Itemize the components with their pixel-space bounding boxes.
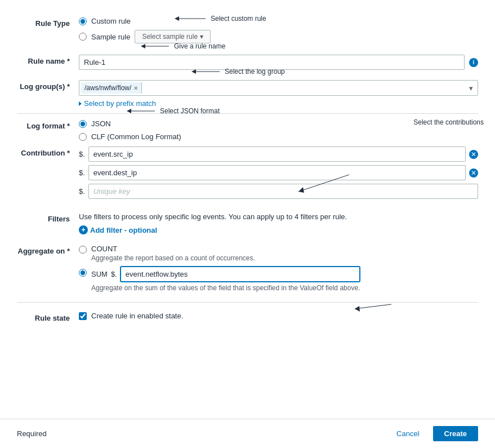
create-button[interactable]: Create xyxy=(433,426,478,441)
filters-description: Use filters to process only specific log… xyxy=(79,212,478,221)
rule-name-annotation: Give a rule name xyxy=(141,42,225,50)
sample-rule-label: Sample rule xyxy=(91,33,130,41)
log-format-label: Log format * xyxy=(17,119,79,130)
json-format-annotation: Select JSON format xyxy=(127,107,220,115)
sum-prefix: $. xyxy=(111,270,117,278)
sum-value-input[interactable] xyxy=(121,267,360,282)
svg-marker-3 xyxy=(141,44,145,48)
log-group-tag: /aws/nwfw/flow/ ✕ xyxy=(81,82,142,94)
contribution-prefix-3: $. xyxy=(79,187,85,196)
svg-marker-7 xyxy=(127,109,131,113)
footer-buttons: Cancel Create xyxy=(387,426,478,441)
count-option: COUNT Aggregate the report based on a co… xyxy=(79,245,255,262)
log-group-annotation: Select the log group xyxy=(191,68,285,76)
sum-label: SUM xyxy=(91,270,108,278)
footer: Required Cancel Create xyxy=(0,419,495,448)
clf-format-label: CLF (Common Log Format) xyxy=(91,132,181,141)
footer-required-text: Required xyxy=(17,429,47,438)
filters-label: Filters xyxy=(17,212,79,223)
add-filter-plus-icon: + xyxy=(79,225,88,234)
sum-description: Aggregate on the sum of the values of th… xyxy=(91,284,360,292)
cancel-button[interactable]: Cancel xyxy=(387,426,428,441)
contribution-row-1: $. ✕ xyxy=(79,147,478,162)
rule-type-label: Rule Type xyxy=(17,17,79,28)
count-description: Aggregate the report based on a count of… xyxy=(91,254,255,262)
contribution-annotation: Select the contributions xyxy=(413,118,484,126)
rule-state-label: Rule state xyxy=(17,312,79,322)
contribution-remove-2[interactable]: ✕ xyxy=(469,168,478,178)
log-group-chevron-icon[interactable]: ▾ xyxy=(465,81,478,95)
sum-option: SUM $. Aggregate on the sum of the value… xyxy=(79,267,360,292)
contribution-row-2: $. ✕ xyxy=(79,165,478,180)
custom-rule-radio[interactable] xyxy=(79,17,87,25)
select-sample-rule-button[interactable]: Select sample rule ▾ xyxy=(135,30,211,43)
prefix-match-toggle[interactable]: Select by prefix match xyxy=(79,99,478,108)
log-groups-label: Log group(s) * xyxy=(17,80,79,91)
log-groups-input[interactable]: /aws/nwfw/flow/ ✕ ▾ xyxy=(79,80,478,96)
contribution-input-1[interactable] xyxy=(88,147,466,162)
svg-marker-1 xyxy=(175,16,179,21)
rule-state-checkbox[interactable] xyxy=(79,312,87,320)
log-group-search-input[interactable] xyxy=(144,81,465,95)
sum-radio[interactable] xyxy=(79,269,87,277)
custom-rule-annotation: Select custom rule xyxy=(175,15,266,23)
log-group-tag-remove[interactable]: ✕ xyxy=(133,85,138,91)
log-group-tag-text: /aws/nwfw/flow/ xyxy=(84,84,131,92)
sample-rule-radio[interactable] xyxy=(79,33,87,41)
rule-name-info-icon[interactable]: i xyxy=(469,58,478,67)
rule-state-checkbox-label: Create rule in enabled state. xyxy=(91,312,183,320)
prefix-match-label: Select by prefix match xyxy=(84,99,156,108)
contribution-row-3: $. xyxy=(79,184,478,199)
rule-name-label: Rule name * xyxy=(17,55,79,65)
contribution-prefix-2: $. xyxy=(79,168,85,177)
custom-rule-label: Custom rule xyxy=(91,17,131,25)
svg-marker-5 xyxy=(191,69,196,74)
aggregate-on-label: Aggregate on * xyxy=(17,245,79,255)
contribution-prefix-1: $. xyxy=(79,150,85,158)
count-title: COUNT xyxy=(91,245,255,253)
count-radio[interactable] xyxy=(79,246,87,254)
add-filter-button[interactable]: + Add filter - optional xyxy=(79,225,157,234)
json-format-label: JSON xyxy=(91,119,111,128)
contribution-input-3[interactable] xyxy=(88,184,478,199)
contribution-input-2[interactable] xyxy=(88,165,466,180)
contribution-remove-1[interactable]: ✕ xyxy=(469,150,478,159)
clf-format-radio[interactable] xyxy=(79,133,87,141)
json-format-radio[interactable] xyxy=(79,120,87,128)
prefix-chevron-icon xyxy=(79,101,82,106)
contribution-label: Contribution * xyxy=(17,147,79,157)
add-filter-label: Add filter - optional xyxy=(90,226,157,234)
